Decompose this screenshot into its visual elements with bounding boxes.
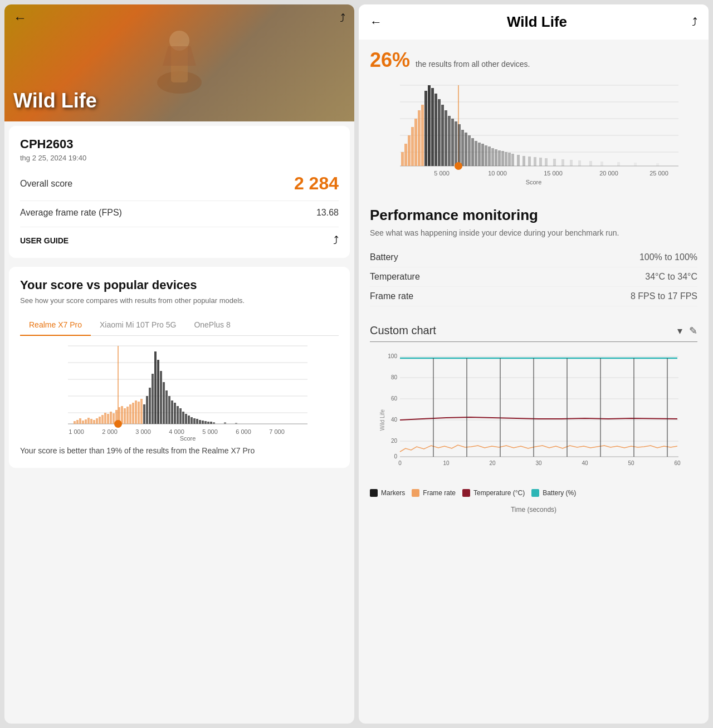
svg-rect-17: [87, 418, 90, 424]
legend-row: Markers Frame rate Temperature (°C) Batt…: [359, 485, 709, 506]
svg-rect-55: [193, 418, 196, 424]
svg-rect-129: [656, 163, 659, 166]
svg-rect-118: [534, 157, 536, 166]
share-icon[interactable]: ⤴: [340, 12, 345, 25]
svg-rect-54: [191, 417, 193, 424]
legend-markers-dot: [370, 489, 378, 497]
svg-rect-45: [165, 390, 168, 424]
svg-text:3 000: 3 000: [135, 428, 151, 435]
compare-title: Your score vs popular devices: [20, 278, 339, 292]
svg-rect-97: [455, 121, 457, 166]
svg-rect-96: [451, 119, 454, 166]
svg-rect-62: [213, 422, 215, 424]
score-footer: Your score is better than 19% of the res…: [20, 445, 339, 457]
back-icon[interactable]: ←: [13, 10, 27, 26]
svg-rect-108: [491, 148, 494, 166]
svg-rect-105: [481, 144, 484, 166]
svg-rect-87: [421, 105, 424, 166]
legend-framerate: Frame rate: [412, 489, 456, 497]
svg-rect-29: [121, 406, 123, 424]
svg-rect-51: [182, 412, 184, 424]
metric-battery-value: 100% to 100%: [639, 252, 697, 262]
svg-text:2 000: 2 000: [102, 428, 118, 435]
svg-rect-94: [445, 110, 447, 166]
hero-title: Wild Life: [13, 89, 97, 113]
legend-markers-label: Markers: [381, 489, 405, 497]
svg-rect-88: [424, 91, 427, 166]
overall-score-label: Overall score: [20, 179, 72, 189]
svg-rect-116: [522, 156, 525, 166]
svg-rect-53: [188, 416, 190, 424]
svg-text:10 000: 10 000: [488, 170, 507, 177]
svg-text:20: 20: [489, 460, 496, 466]
svg-text:1 000: 1 000: [69, 428, 84, 435]
svg-rect-92: [438, 99, 441, 166]
svg-text:7 000: 7 000: [269, 428, 285, 435]
svg-rect-36: [140, 399, 143, 424]
svg-rect-43: [160, 371, 162, 424]
hero-image: ← ⤴ Wild Life: [4, 4, 354, 121]
metric-battery-name: Battery: [370, 252, 398, 262]
svg-rect-117: [528, 157, 531, 166]
svg-text:5 000: 5 000: [434, 170, 450, 177]
perf-chart: Wild Life 0 20 40 60 80 100 0 10 20: [359, 342, 709, 485]
custom-chart-label: Custom chart: [370, 324, 436, 337]
dropdown-icon[interactable]: ▾: [677, 325, 682, 337]
score-card: CPH2603 thg 2 25, 2024 19:40 Overall sco…: [9, 126, 350, 258]
right-share-icon[interactable]: ⤴: [692, 16, 697, 28]
svg-text:40: 40: [582, 460, 588, 466]
svg-rect-63: [224, 422, 226, 424]
svg-rect-56: [196, 419, 198, 424]
svg-rect-86: [418, 110, 421, 166]
svg-point-130: [455, 162, 462, 170]
svg-rect-110: [498, 150, 501, 166]
svg-text:5 000: 5 000: [202, 428, 218, 435]
legend-markers: Markers: [370, 489, 405, 497]
metric-battery: Battery 100% to 100%: [370, 248, 697, 267]
svg-rect-59: [204, 421, 207, 424]
left-compare-chart: 1 000 2 000 3 000 4 000 5 000 6 000 7 00…: [20, 340, 339, 441]
svg-text:Wild Life: Wild Life: [379, 409, 385, 431]
right-back-icon[interactable]: ←: [370, 15, 382, 30]
legend-battery: Battery (%): [531, 489, 576, 497]
svg-text:20 000: 20 000: [599, 170, 618, 177]
svg-rect-104: [478, 143, 481, 166]
svg-rect-83: [408, 135, 411, 166]
svg-rect-85: [414, 119, 417, 166]
time-label: Time (seconds): [359, 506, 709, 518]
compare-tabs: Realme X7 Pro Xiaomi Mi 10T Pro 5G OnePl…: [20, 315, 339, 336]
svg-text:0: 0: [398, 460, 402, 466]
svg-marker-3: [163, 46, 196, 66]
svg-rect-42: [157, 360, 159, 424]
svg-text:30: 30: [535, 460, 542, 466]
svg-rect-24: [107, 414, 109, 424]
svg-rect-50: [179, 408, 182, 424]
score-compare-section: 26% the results from all other devices.: [359, 40, 709, 80]
svg-rect-48: [174, 403, 176, 424]
svg-rect-90: [431, 88, 434, 166]
tab-realme[interactable]: Realme X7 Pro: [20, 315, 91, 336]
edit-icon[interactable]: ✎: [689, 325, 697, 337]
svg-rect-34: [135, 400, 137, 424]
svg-rect-23: [104, 413, 106, 424]
svg-text:60: 60: [674, 460, 681, 466]
svg-rect-19: [93, 420, 95, 424]
svg-rect-12: [74, 421, 76, 424]
tab-oneplus[interactable]: OnePlus 8: [185, 315, 239, 336]
svg-rect-125: [589, 161, 592, 166]
svg-text:80: 80: [391, 374, 398, 380]
compare-card: Your score vs popular devices See how yo…: [9, 267, 350, 468]
svg-rect-49: [177, 406, 179, 424]
right-header: ← Wild Life ⤴: [359, 4, 709, 40]
svg-text:4 000: 4 000: [169, 428, 184, 435]
svg-rect-33: [132, 403, 134, 424]
svg-rect-60: [207, 422, 209, 424]
svg-rect-124: [578, 160, 581, 166]
svg-point-65: [114, 420, 122, 428]
svg-rect-32: [129, 404, 131, 424]
svg-rect-98: [458, 124, 461, 166]
svg-text:20: 20: [391, 438, 398, 444]
svg-rect-39: [149, 388, 151, 424]
user-guide-share-icon[interactable]: ⤴: [333, 234, 339, 247]
tab-xiaomi[interactable]: Xiaomi Mi 10T Pro 5G: [91, 315, 185, 336]
